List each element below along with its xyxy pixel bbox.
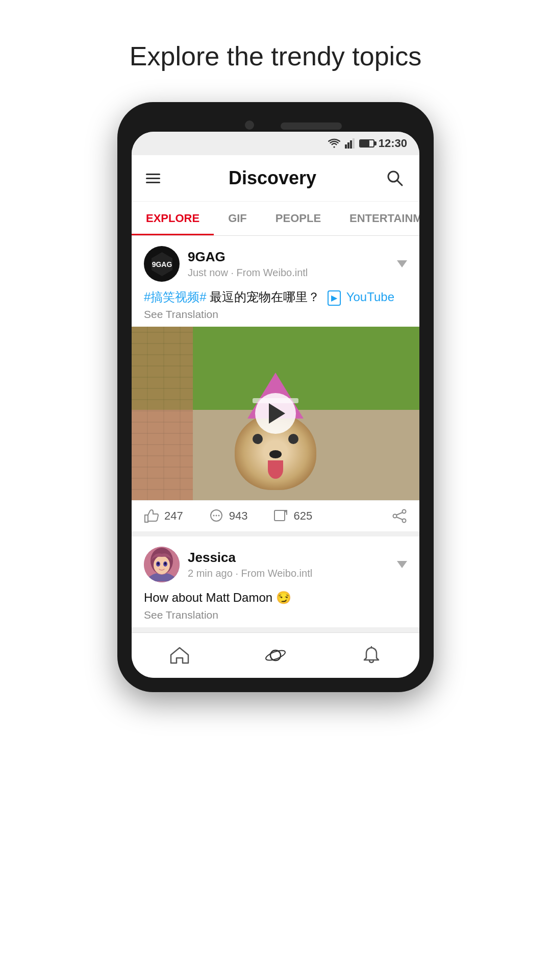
- phone-frame: 12:30 Discovery: [117, 102, 434, 692]
- post-actions-1: 247 943: [132, 500, 419, 531]
- svg-point-23: [157, 562, 159, 565]
- svg-rect-1: [347, 142, 349, 149]
- post-header-left-2: Jessica 2 min ago · From Weibo.intl: [144, 547, 312, 582]
- post-header-left-1: 9GAG 9GAG Just now · From Weibo.intl: [144, 246, 308, 282]
- avatar-jessica: [144, 547, 180, 582]
- dog-nose: [269, 450, 282, 458]
- post-header-2: Jessica 2 min ago · From Weibo.intl: [132, 536, 419, 589]
- 9gag-logo: 9GAG: [148, 250, 176, 278]
- svg-point-11: [218, 515, 219, 517]
- post-username-1: 9GAG: [188, 249, 308, 265]
- wifi-icon: [328, 138, 341, 149]
- avatar-9gag: 9GAG: [144, 246, 180, 282]
- phone-screen: 12:30 Discovery: [132, 132, 419, 678]
- post-time-1: Just now · From Weibo.intl: [188, 267, 308, 279]
- svg-point-15: [403, 519, 406, 523]
- discover-icon: [265, 645, 286, 666]
- bell-icon: [363, 646, 380, 665]
- signal-icon: [345, 138, 355, 149]
- tab-people[interactable]: PEOPLE: [261, 202, 335, 235]
- post-body-text-1: 最逗的宠物在哪里？: [210, 290, 320, 304]
- phone-outer: 12:30 Discovery: [117, 102, 434, 692]
- post-text-2: How about Matt Damon 😏: [144, 589, 407, 607]
- brick-wall: [132, 327, 193, 500]
- post-username-2: Jessica: [188, 550, 312, 566]
- nav-discover[interactable]: [228, 641, 323, 670]
- svg-rect-0: [345, 144, 347, 149]
- post-header-1: 9GAG 9GAG Just now · From Weibo.intl: [132, 236, 419, 288]
- nav-notifications[interactable]: [323, 641, 419, 670]
- repost-icon-1: [273, 509, 288, 523]
- dog-eye-right: [288, 434, 298, 444]
- chevron-down-2[interactable]: [397, 561, 407, 568]
- post-meta-2: Jessica 2 min ago · From Weibo.intl: [188, 550, 312, 579]
- svg-point-20: [154, 556, 170, 574]
- like-count-1: 247: [164, 509, 183, 523]
- tabs-bar: EXPLORE GIF PEOPLE ENTERTAINME: [132, 202, 419, 236]
- phone-camera: [245, 120, 254, 130]
- hamburger-line-2: [146, 178, 160, 179]
- post-content-1: #搞笑视频# 最逗的宠物在哪里？ ▶ YouTube See Translati…: [132, 288, 419, 327]
- repost-button-1[interactable]: 625: [273, 509, 312, 523]
- jessica-avatar-svg: [144, 547, 180, 582]
- like-button-1[interactable]: 247: [144, 509, 183, 523]
- play-triangle: [269, 403, 285, 424]
- comment-count-1: 943: [229, 509, 248, 523]
- svg-point-13: [403, 510, 406, 513]
- bottom-nav: [132, 632, 419, 678]
- feed: 9GAG 9GAG Just now · From Weibo.intl: [132, 236, 419, 632]
- post-body-text-2: How about Matt Damon 😏: [144, 591, 291, 604]
- play-button[interactable]: [255, 393, 296, 434]
- svg-point-14: [393, 514, 397, 518]
- see-translation-2[interactable]: See Translation: [144, 609, 407, 621]
- post-text-1: #搞笑视频# 最逗的宠物在哪里？ ▶ YouTube: [144, 288, 407, 306]
- svg-rect-12: [274, 510, 285, 521]
- dog-eye-left: [253, 434, 263, 444]
- svg-line-17: [396, 517, 403, 520]
- svg-point-9: [213, 515, 214, 517]
- see-translation-1[interactable]: See Translation: [144, 308, 407, 321]
- tab-gif[interactable]: GIF: [214, 202, 261, 235]
- svg-rect-3: [353, 138, 355, 149]
- post-time-2: 2 min ago · From Weibo.intl: [188, 568, 312, 579]
- like-icon-1: [144, 509, 159, 523]
- nav-home[interactable]: [132, 641, 228, 670]
- post-content-2: How about Matt Damon 😏 See Translation: [132, 589, 419, 627]
- svg-line-5: [397, 180, 402, 185]
- post-card-1: 9GAG 9GAG Just now · From Weibo.intl: [132, 236, 419, 531]
- comment-button-1[interactable]: 943: [209, 509, 248, 523]
- tab-entertainment[interactable]: ENTERTAINME: [335, 202, 419, 235]
- chevron-down-1[interactable]: [397, 260, 407, 267]
- search-icon: [386, 169, 404, 187]
- repost-count-1: 625: [293, 509, 312, 523]
- post-card-2: Jessica 2 min ago · From Weibo.intl How …: [132, 536, 419, 627]
- svg-line-16: [396, 512, 403, 515]
- app-title: Discovery: [229, 167, 316, 189]
- home-icon: [170, 647, 189, 664]
- comment-icon-1: [209, 509, 224, 523]
- dog-tongue: [268, 460, 283, 479]
- youtube-icon-inline: ▶: [328, 290, 346, 304]
- svg-point-24: [164, 562, 166, 565]
- share-icon-1: [392, 509, 407, 523]
- video-thumbnail-1[interactable]: [132, 327, 419, 500]
- status-bar: 12:30: [132, 132, 419, 155]
- page-title: Explore the trendy topics: [0, 0, 551, 102]
- battery-icon: [359, 139, 374, 148]
- youtube-link[interactable]: YouTube: [346, 290, 394, 304]
- phone-speaker: [281, 122, 342, 130]
- hashtag-1[interactable]: #搞笑视频#: [144, 290, 207, 304]
- post-meta-1: 9GAG Just now · From Weibo.intl: [188, 249, 308, 279]
- svg-text:9GAG: 9GAG: [152, 260, 172, 268]
- tab-explore[interactable]: EXPLORE: [132, 202, 214, 235]
- app-header: Discovery: [132, 155, 419, 202]
- svg-point-10: [215, 515, 217, 517]
- hamburger-button[interactable]: [146, 174, 160, 183]
- svg-rect-2: [350, 140, 352, 149]
- hamburger-line-3: [146, 182, 160, 183]
- search-button[interactable]: [385, 168, 405, 188]
- share-button-1[interactable]: [392, 509, 407, 523]
- hamburger-line-1: [146, 174, 160, 175]
- status-icons: 12:30: [328, 137, 407, 150]
- status-time: 12:30: [379, 137, 407, 150]
